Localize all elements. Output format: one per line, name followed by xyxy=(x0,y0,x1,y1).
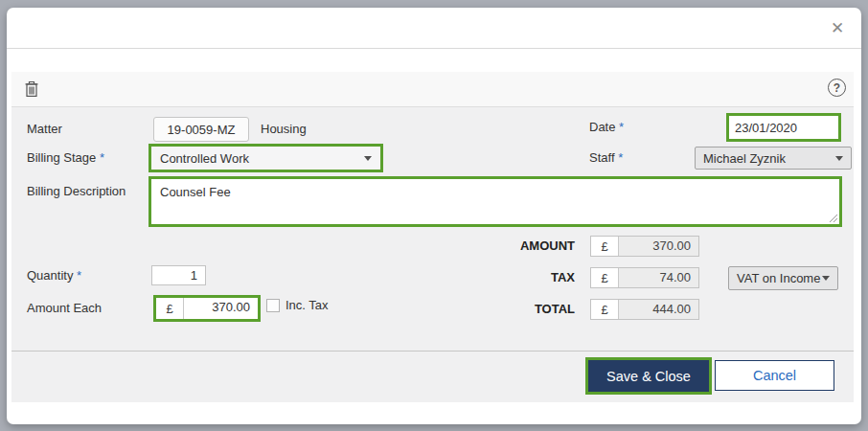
currency-symbol: £ xyxy=(591,237,619,256)
inc-tax-checkbox[interactable] xyxy=(266,299,280,312)
total-label: TOTAL xyxy=(460,299,575,320)
cancel-button[interactable]: Cancel xyxy=(715,360,834,391)
vat-treatment-selected-value: VAT on Income xyxy=(737,271,820,285)
delete-icon[interactable] xyxy=(24,80,41,100)
vat-treatment-select[interactable]: VAT on Income xyxy=(728,266,838,290)
titlebar-divider xyxy=(7,48,861,49)
help-icon[interactable]: ? xyxy=(828,79,846,97)
currency-symbol: £ xyxy=(156,298,184,319)
tax-field: £ 74.00 xyxy=(590,267,699,288)
matter-label: Matter xyxy=(27,117,62,142)
chevron-down-icon xyxy=(364,156,372,161)
quantity-required-mark: * xyxy=(77,268,81,283)
amount-value: 370.00 xyxy=(619,237,698,256)
amount-each-label: Amount Each xyxy=(27,295,102,322)
billing-stage-select[interactable]: Controlled Work xyxy=(151,147,380,170)
dialog-panel: ? Matter Housing Date * Billing Stage * … xyxy=(11,72,854,402)
billing-description-textarea[interactable]: Counsel Fee xyxy=(151,179,839,224)
inc-tax-label: Inc. Tax xyxy=(286,298,329,313)
footer-divider xyxy=(11,351,854,352)
date-highlight-box xyxy=(726,113,841,142)
billing-stage-highlight-box: Controlled Work xyxy=(148,144,383,172)
staff-select[interactable]: Michael Zyznik xyxy=(695,147,852,170)
total-value: 444.00 xyxy=(619,300,698,319)
billing-stage-label: Billing Stage * xyxy=(27,144,104,172)
matter-category-text: Housing xyxy=(261,117,307,142)
billing-item-dialog: ✕ ? Matter xyxy=(7,8,861,424)
date-input[interactable] xyxy=(729,116,838,139)
billing-stage-required-mark: * xyxy=(100,150,104,165)
chevron-down-icon xyxy=(822,276,830,281)
chevron-down-icon xyxy=(835,156,843,161)
staff-required-mark: * xyxy=(618,150,623,165)
billing-form: Matter Housing Date * Billing Stage * Co… xyxy=(11,107,854,402)
date-label: Date * xyxy=(589,113,624,142)
quantity-label: Quantity * xyxy=(27,265,81,285)
date-required-mark: * xyxy=(619,120,624,134)
billing-stage-selected-value: Controlled Work xyxy=(160,151,249,166)
billing-description-highlight-box: Counsel Fee xyxy=(148,176,842,227)
currency-symbol: £ xyxy=(591,300,619,319)
save-highlight-box: Save & Close xyxy=(585,357,712,395)
date-label-text: Date xyxy=(589,120,615,134)
staff-label-text: Staff xyxy=(589,150,615,165)
tax-label: TAX xyxy=(460,267,575,288)
amount-each-highlight-box: £ 370.00 xyxy=(153,295,261,322)
billing-description-label: Billing Description xyxy=(27,182,126,201)
toolbar: ? xyxy=(11,72,854,107)
amount-field: £ 370.00 xyxy=(590,236,699,257)
amount-each-input[interactable]: £ 370.00 xyxy=(156,298,258,319)
amount-label: AMOUNT xyxy=(460,236,575,257)
total-field: £ 444.00 xyxy=(590,299,699,320)
staff-selected-value: Michael Zyznik xyxy=(703,151,786,166)
tax-value: 74.00 xyxy=(619,268,698,287)
quantity-label-text: Quantity xyxy=(27,268,73,283)
screen-background: { "dialog": { "titlebar": { "close_icon"… xyxy=(0,0,868,431)
staff-label: Staff * xyxy=(589,144,623,172)
billing-stage-label-text: Billing Stage xyxy=(27,150,96,165)
quantity-input[interactable] xyxy=(151,265,206,285)
close-icon[interactable]: ✕ xyxy=(827,16,848,39)
matter-input[interactable] xyxy=(153,117,249,142)
amount-each-value: 370.00 xyxy=(184,298,258,319)
currency-symbol: £ xyxy=(591,268,619,287)
save-and-close-button[interactable]: Save & Close xyxy=(588,360,709,392)
